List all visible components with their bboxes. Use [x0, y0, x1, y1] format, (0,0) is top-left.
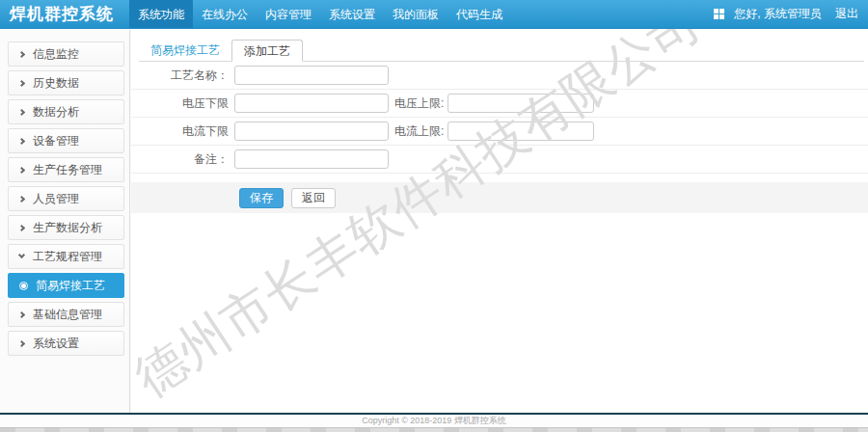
- sidebar-item-label: 数据分析: [33, 100, 79, 123]
- sidebar-item-process-regulation-management[interactable]: 工艺规程管理: [8, 244, 124, 269]
- main-menu: 系统功能 在线办公 内容管理 系统设置 我的面板 代码生成: [129, 0, 511, 28]
- voltage-upper-label: 电压上限:: [394, 95, 444, 112]
- sidebar-item-label: 工艺规程管理: [33, 245, 102, 268]
- sidebar-item-history-data[interactable]: 历史数据: [8, 70, 124, 95]
- sidebar-item-label: 生产数据分析: [33, 216, 102, 239]
- chevron-down-icon: [18, 252, 25, 258]
- back-button[interactable]: 返回: [291, 188, 336, 208]
- sidebar-item-label: 生产任务管理: [33, 158, 102, 181]
- nav-item-code-generation[interactable]: 代码生成: [448, 0, 511, 28]
- sidebar: 信息监控 历史数据 数据分析 设备管理 生产任务管理 人员管理 生产数据分析 工…: [0, 30, 130, 413]
- sidebar-item-production-data-analysis[interactable]: 生产数据分析: [8, 215, 124, 240]
- sidebar-item-info-monitoring[interactable]: 信息监控: [8, 41, 124, 67]
- sidebar-item-label: 系统设置: [33, 332, 79, 355]
- remark-input[interactable]: [234, 149, 389, 169]
- form-actions: 保存 返回: [131, 182, 868, 213]
- logout-button[interactable]: 退出: [835, 6, 858, 22]
- nav-item-content-management[interactable]: 内容管理: [257, 0, 320, 28]
- process-name-input[interactable]: [234, 66, 389, 85]
- apps-grid-icon[interactable]: [714, 9, 724, 19]
- sidebar-item-label: 设备管理: [33, 129, 79, 152]
- sidebar-item-personnel-management[interactable]: 人员管理: [8, 186, 124, 211]
- chevron-right-icon: [18, 310, 25, 317]
- chevron-right-icon: [18, 224, 25, 230]
- app-title: 焊机群控系统: [0, 0, 123, 28]
- voltage-upper-input[interactable]: [448, 94, 594, 113]
- nav-item-system-settings[interactable]: 系统设置: [320, 0, 384, 28]
- radio-dot-icon: [19, 282, 28, 290]
- current-upper-input[interactable]: [448, 122, 594, 141]
- save-button[interactable]: 保存: [239, 188, 284, 208]
- nav-item-online-office[interactable]: 在线办公: [193, 0, 257, 28]
- tab-simple-welding-process[interactable]: 简易焊接工艺: [139, 40, 231, 61]
- top-navbar: 焊机群控系统 系统功能 在线办公 内容管理 系统设置 我的面板 代码生成 您好,…: [0, 0, 868, 29]
- copyright-text: Copyright © 2018-2019 焊机群控系统: [0, 415, 868, 427]
- chevron-right-icon: [18, 339, 25, 346]
- sidebar-item-label: 人员管理: [33, 187, 79, 210]
- form-row-remark: 备注：: [131, 146, 868, 174]
- tab-bar: 简易焊接工艺 添加工艺: [139, 40, 864, 62]
- chevron-right-icon: [18, 166, 25, 173]
- nav-item-my-panel[interactable]: 我的面板: [384, 0, 448, 28]
- navbar-right: 您好, 系统管理员 退出: [714, 0, 868, 28]
- chevron-right-icon: [18, 50, 25, 57]
- process-name-label: 工艺名称：: [131, 68, 234, 84]
- sidebar-item-label: 简易焊接工艺: [36, 274, 105, 297]
- sidebar-item-simple-welding-process[interactable]: 简易焊接工艺: [8, 273, 124, 298]
- sidebar-item-label: 历史数据: [33, 71, 79, 94]
- main-content: 简易焊接工艺 添加工艺 工艺名称： 电压下限 电压上限: 电流下限 电流上限: …: [131, 30, 868, 413]
- voltage-lower-input[interactable]: [234, 94, 389, 113]
- remark-label: 备注：: [131, 151, 234, 168]
- current-lower-label: 电流下限: [131, 123, 234, 140]
- chevron-right-icon: [18, 108, 25, 115]
- tab-add-process[interactable]: 添加工艺: [231, 40, 303, 62]
- sidebar-item-label: 信息监控: [33, 42, 79, 66]
- nav-item-system-functions[interactable]: 系统功能: [129, 0, 193, 28]
- chevron-right-icon: [18, 137, 25, 144]
- voltage-lower-label: 电压下限: [131, 95, 234, 112]
- sidebar-item-system-settings[interactable]: 系统设置: [8, 331, 124, 356]
- user-greeting: 您好, 系统管理员: [734, 6, 822, 22]
- sidebar-item-label: 基础信息管理: [33, 303, 102, 326]
- current-lower-input[interactable]: [234, 122, 389, 141]
- sidebar-item-equipment-management[interactable]: 设备管理: [8, 128, 124, 153]
- bottom-scrollbar[interactable]: [0, 427, 868, 432]
- form-row-process-name: 工艺名称：: [131, 62, 868, 90]
- add-process-form: 工艺名称： 电压下限 电压上限: 电流下限 电流上限: 备注： 保存 返回: [131, 62, 868, 213]
- chevron-right-icon: [18, 79, 25, 86]
- form-row-current: 电流下限 电流上限:: [131, 118, 868, 146]
- sidebar-item-data-analysis[interactable]: 数据分析: [8, 99, 124, 124]
- current-upper-label: 电流上限:: [394, 123, 444, 140]
- sidebar-item-production-task-management[interactable]: 生产任务管理: [8, 157, 124, 182]
- form-row-voltage: 电压下限 电压上限:: [131, 90, 868, 118]
- chevron-right-icon: [18, 195, 25, 202]
- footer: Copyright © 2018-2019 焊机群控系统: [0, 413, 868, 432]
- sidebar-item-basic-info-management[interactable]: 基础信息管理: [8, 302, 124, 327]
